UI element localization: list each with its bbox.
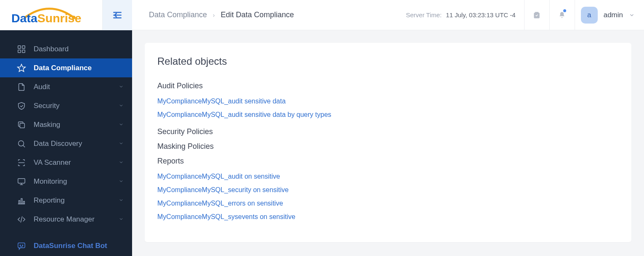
svg-line-21 [21, 216, 22, 222]
svg-text:DataSunrise: DataSunrise [11, 11, 81, 25]
related-object-link[interactable]: MyComplianceMySQL_audit on sensitive [157, 170, 619, 183]
svg-line-12 [23, 145, 25, 147]
section-masking-policies: Masking Policies [157, 142, 619, 151]
star-icon [17, 63, 26, 73]
chevron-down-icon [119, 140, 124, 148]
avatar: a [581, 7, 598, 24]
chat-icon [17, 241, 26, 251]
chevron-down-icon [119, 83, 124, 91]
related-object-link[interactable]: MyComplianceMySQL_audit sensitive data b… [157, 108, 619, 121]
chatbot-button[interactable]: DataSunrise Chat Bot [0, 236, 132, 255]
sidebar-item-label: Masking [34, 121, 60, 129]
topbar: DataSunrise Data Compliance › Edit Data … [0, 0, 644, 30]
notification-dot-icon [563, 9, 566, 12]
related-object-link[interactable]: MyComplianceMySQL_security on sensitive [157, 183, 619, 197]
section-audit-policies: Audit PoliciesMyComplianceMySQL_audit se… [157, 82, 619, 121]
related-object-link[interactable]: MyComplianceMySQL_errors on sensitive [157, 197, 619, 210]
chevron-down-icon [119, 121, 124, 129]
svg-rect-14 [18, 178, 25, 183]
svg-rect-10 [20, 123, 24, 128]
sidebar-item-label: Audit [34, 83, 50, 91]
server-time-value: 11 July, 03:23:13 UTC -4 [446, 11, 516, 18]
user-name: admin [604, 11, 623, 19]
svg-rect-18 [19, 201, 20, 204]
clipboard-check-icon [533, 11, 541, 19]
sidebar-item-data-compliance[interactable]: Data Compliance [0, 58, 132, 77]
sidebar-item-label: Resource Manager [34, 215, 95, 224]
sidebar-item-data-discovery[interactable]: Data Discovery [0, 134, 132, 153]
server-time: Server Time: 11 July, 03:23:13 UTC -4 [406, 11, 524, 18]
breadcrumb-root[interactable]: Data Compliance [149, 11, 207, 19]
svg-rect-7 [18, 50, 21, 52]
chatbot-label: DataSunrise Chat Bot [34, 242, 107, 250]
link-list: MyComplianceMySQL_audit on sensitiveMyCo… [157, 170, 619, 224]
grid-icon [17, 45, 26, 54]
chevron-down-icon [119, 102, 124, 110]
link-list: MyComplianceMySQL_audit sensitive dataMy… [157, 95, 619, 121]
notifications-button[interactable] [549, 0, 575, 30]
related-objects-card: Related objects Audit PoliciesMyComplian… [145, 43, 631, 242]
svg-rect-8 [22, 50, 25, 52]
code-icon [17, 215, 26, 224]
section-title: Masking Policies [157, 142, 619, 151]
section-security-policies: Security Policies [157, 127, 619, 136]
scan-icon [17, 158, 26, 167]
svg-marker-9 [18, 64, 25, 71]
section-title: Audit Policies [157, 82, 619, 90]
sidebar-item-security[interactable]: Security [0, 96, 132, 115]
tasks-button[interactable] [524, 0, 549, 30]
svg-rect-19 [21, 198, 22, 204]
sidebar: DashboardData ComplianceAuditSecurityMas… [0, 30, 132, 256]
related-object-link[interactable]: MyComplianceMySQL_sysevents on sensitive [157, 210, 619, 224]
logo-svg: DataSunrise [11, 5, 91, 25]
collapse-icon [112, 10, 123, 21]
bell-icon [558, 11, 566, 19]
sidebar-item-label: VA Scanner [34, 158, 71, 167]
breadcrumb-current: Edit Data Compliance [221, 11, 294, 19]
sidebar-item-label: Security [34, 102, 59, 110]
sidebar-item-audit[interactable]: Audit [0, 77, 132, 96]
svg-rect-5 [18, 45, 21, 48]
user-menu[interactable]: a admin [575, 0, 644, 30]
collapse-sidebar-button[interactable] [103, 0, 132, 30]
chevron-down-icon [119, 158, 124, 167]
search-icon [17, 139, 26, 148]
section-title: Reports [157, 157, 619, 166]
sidebar-item-resource-manager[interactable]: Resource Manager [0, 210, 132, 229]
sidebar-item-label: Dashboard [34, 45, 69, 53]
file-icon [17, 82, 26, 92]
sidebar-item-label: Data Compliance [34, 64, 92, 72]
barchart-icon [17, 196, 26, 205]
svg-point-23 [20, 245, 21, 245]
breadcrumb: Data Compliance › Edit Data Compliance [132, 11, 406, 19]
sidebar-item-monitoring[interactable]: Monitoring [0, 172, 132, 191]
monitor-icon [17, 177, 26, 186]
main-content: Related objects Audit PoliciesMyComplian… [132, 30, 644, 256]
section-reports: ReportsMyComplianceMySQL_audit on sensit… [157, 157, 619, 224]
svg-rect-20 [24, 201, 25, 203]
svg-point-11 [19, 140, 24, 146]
section-title: Security Policies [157, 127, 619, 136]
server-time-label: Server Time: [406, 11, 442, 18]
chevron-down-icon [119, 215, 124, 224]
sidebar-item-label: Reporting [34, 196, 65, 205]
shield-icon [17, 101, 26, 111]
sidebar-item-masking[interactable]: Masking [0, 115, 132, 134]
chevron-down-icon [629, 12, 635, 18]
breadcrumb-separator-icon: › [213, 12, 215, 18]
chevron-down-icon [119, 177, 124, 186]
related-object-link[interactable]: MyComplianceMySQL_audit sensitive data [157, 95, 619, 108]
page-title: Related objects [157, 55, 619, 67]
logo[interactable]: DataSunrise [0, 0, 103, 30]
chevron-down-icon [119, 196, 124, 205]
copy-icon [17, 120, 26, 129]
sidebar-item-dashboard[interactable]: Dashboard [0, 40, 132, 58]
sidebar-item-va-scanner[interactable]: VA Scanner [0, 153, 132, 172]
sidebar-item-label: Monitoring [34, 177, 67, 186]
svg-rect-6 [22, 45, 25, 48]
svg-point-24 [22, 245, 23, 245]
sidebar-item-reporting[interactable]: Reporting [0, 191, 132, 210]
sidebar-item-label: Data Discovery [34, 140, 82, 148]
